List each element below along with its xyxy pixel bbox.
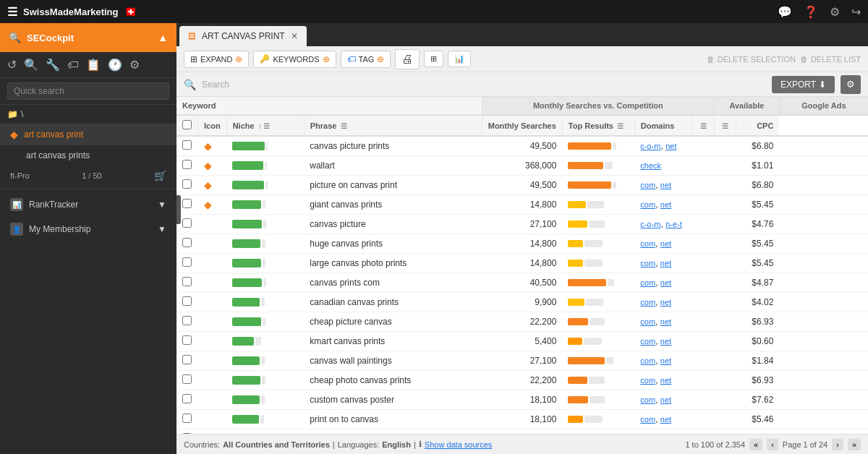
domain-link[interactable]: com bbox=[640, 317, 655, 326]
sidebar-copy-icon[interactable]: 📋 bbox=[86, 58, 101, 72]
th-monthly-searches[interactable]: Monthly Searches bbox=[482, 115, 562, 136]
domain-link[interactable]: net bbox=[660, 181, 671, 189]
row-checkbox[interactable] bbox=[182, 179, 192, 189]
table-button[interactable]: ⊞ bbox=[424, 51, 443, 67]
domain-link[interactable]: c-o-m bbox=[640, 142, 660, 150]
top-results-bar bbox=[568, 162, 629, 169]
domain-link[interactable]: net bbox=[660, 356, 671, 365]
row-checkbox[interactable] bbox=[182, 296, 192, 306]
sidebar-item-art-canvas-prints[interactable]: art canvas prints bbox=[0, 145, 176, 166]
th-niche[interactable]: Niche ↕☰ bbox=[226, 115, 304, 136]
sidebar-settings-icon[interactable]: ⚙ bbox=[129, 58, 140, 72]
tab-close-button[interactable]: ✕ bbox=[291, 31, 298, 41]
domain-link[interactable]: com bbox=[640, 376, 655, 385]
row-checkbox[interactable] bbox=[182, 355, 192, 364]
row-checkbox[interactable] bbox=[182, 316, 192, 325]
row-checkbox[interactable] bbox=[182, 160, 192, 169]
search-input[interactable] bbox=[202, 80, 766, 90]
sidebar-header-label: 🔍 SECockpit bbox=[9, 32, 74, 43]
sidebar-tag-icon[interactable]: 🏷 bbox=[67, 59, 79, 72]
export-settings-button[interactable]: ⚙ bbox=[841, 75, 861, 94]
tab-art-canvas-print[interactable]: 🖼 ART CANVAS PRINT ✕ bbox=[179, 26, 307, 46]
sidebar-refresh-icon[interactable]: ↺ bbox=[7, 58, 17, 72]
th-cpc[interactable]: CPC bbox=[736, 115, 779, 136]
row-checkbox[interactable] bbox=[182, 394, 192, 403]
domain-link[interactable]: net bbox=[660, 415, 671, 424]
domain-link[interactable]: n-e-t bbox=[665, 220, 682, 228]
select-all-checkbox[interactable] bbox=[182, 120, 192, 129]
domain-link[interactable]: net bbox=[660, 337, 671, 346]
domain-link[interactable]: net bbox=[660, 298, 671, 307]
cart-icon[interactable]: 🛒 bbox=[154, 170, 166, 181]
domain-link[interactable]: com bbox=[640, 278, 655, 287]
sidebar-item-art-canvas-print[interactable]: ◆ art canvas print bbox=[0, 124, 176, 145]
prev-prev-page-button[interactable]: « bbox=[749, 439, 762, 450]
domain-link[interactable]: com bbox=[640, 298, 655, 307]
th-phrase[interactable]: Phrase ☰ bbox=[304, 115, 482, 136]
top-results-bar-empty bbox=[590, 396, 605, 403]
status-datasources-link[interactable]: Show data sources bbox=[425, 440, 493, 449]
th-domains[interactable]: Domains bbox=[634, 115, 692, 136]
th-domain-filter2[interactable]: ☰ bbox=[714, 115, 736, 136]
next-page-button[interactable]: › bbox=[832, 439, 843, 450]
domain-link[interactable]: net bbox=[660, 278, 671, 287]
domain-link[interactable]: com bbox=[640, 356, 655, 365]
niche-bar-green bbox=[232, 259, 261, 267]
delete-selection-button[interactable]: 🗑 DELETE SELECTION bbox=[707, 55, 796, 64]
domain-link[interactable]: com bbox=[640, 337, 655, 346]
domain-link[interactable]: com bbox=[640, 239, 655, 248]
row-checkbox[interactable] bbox=[182, 414, 192, 423]
tabs-bar: 🖼 ART CANVAS PRINT ✕ bbox=[176, 23, 868, 46]
print-button[interactable]: 🖨 bbox=[395, 49, 420, 69]
sidebar-wrench-icon[interactable]: 🔧 bbox=[46, 58, 60, 72]
th-domain-filter1[interactable]: ☰ bbox=[692, 115, 714, 136]
tag-button[interactable]: 🏷 TAG ⊕ bbox=[341, 51, 391, 68]
settings-icon[interactable]: ⚙ bbox=[830, 5, 840, 19]
domain-link[interactable]: com bbox=[640, 259, 655, 267]
row-flag-cell1 bbox=[692, 156, 714, 176]
domain-link[interactable]: com bbox=[640, 415, 655, 424]
export-button[interactable]: EXPORT ⬇ bbox=[772, 76, 835, 93]
th-top-results[interactable]: Top Results ☰ bbox=[562, 115, 634, 136]
sidebar-search-input[interactable] bbox=[7, 82, 169, 100]
sidebar-history-icon[interactable]: 🕐 bbox=[108, 58, 122, 72]
logout-icon[interactable]: ↪ bbox=[851, 5, 861, 19]
domain-link[interactable]: check bbox=[640, 161, 661, 170]
row-checkbox[interactable] bbox=[182, 140, 192, 150]
domain-link[interactable]: net bbox=[660, 259, 671, 267]
next-next-page-button[interactable]: » bbox=[848, 439, 861, 450]
chat-icon[interactable]: 💬 bbox=[778, 5, 792, 19]
domain-link[interactable]: net bbox=[660, 200, 671, 209]
domain-link[interactable]: net bbox=[660, 395, 671, 404]
domain-link[interactable]: net bbox=[660, 376, 671, 385]
row-checkbox[interactable] bbox=[182, 374, 192, 384]
top-results-bar-filled bbox=[568, 142, 611, 150]
help-icon[interactable]: ❓ bbox=[804, 5, 818, 19]
membership-icon: 👤 bbox=[10, 223, 23, 236]
sidebar-section-membership[interactable]: 👤 My Membership ▼ bbox=[0, 217, 176, 241]
niche-bar bbox=[232, 259, 298, 267]
sidebar-section-ranktracker[interactable]: 📊 RankTracker ▼ bbox=[0, 192, 176, 217]
row-checkbox[interactable] bbox=[182, 199, 192, 208]
expand-button[interactable]: ⊞ EXPAND ⊕ bbox=[184, 51, 249, 68]
prev-page-button[interactable]: ‹ bbox=[767, 439, 778, 450]
row-checkbox[interactable] bbox=[182, 257, 192, 267]
domain-link[interactable]: c-o-m bbox=[640, 220, 660, 228]
row-checkbox[interactable] bbox=[182, 335, 192, 345]
keywords-button[interactable]: 🔑 KEYWORDS ⊕ bbox=[253, 51, 336, 68]
chart-button[interactable]: 📊 bbox=[448, 51, 471, 67]
row-checkbox[interactable] bbox=[182, 238, 192, 247]
domain-link[interactable]: net bbox=[665, 142, 676, 150]
domain-link[interactable]: com bbox=[640, 395, 655, 404]
sidebar-search-icon[interactable]: 🔍 bbox=[24, 58, 38, 72]
sidebar-collapse-icon[interactable]: ▲ bbox=[158, 32, 168, 43]
delete-list-button[interactable]: 🗑 DELETE LIST bbox=[800, 55, 861, 64]
sidebar-collapse-handle[interactable] bbox=[176, 195, 181, 224]
domain-link[interactable]: net bbox=[660, 317, 671, 326]
domain-link[interactable]: com bbox=[640, 200, 655, 209]
domain-link[interactable]: com bbox=[640, 181, 655, 189]
domain-link[interactable]: net bbox=[660, 239, 671, 248]
row-checkbox[interactable] bbox=[182, 218, 192, 228]
row-checkbox[interactable] bbox=[182, 277, 192, 286]
sidebar-header[interactable]: 🔍 SECockpit ▲ bbox=[0, 23, 176, 52]
